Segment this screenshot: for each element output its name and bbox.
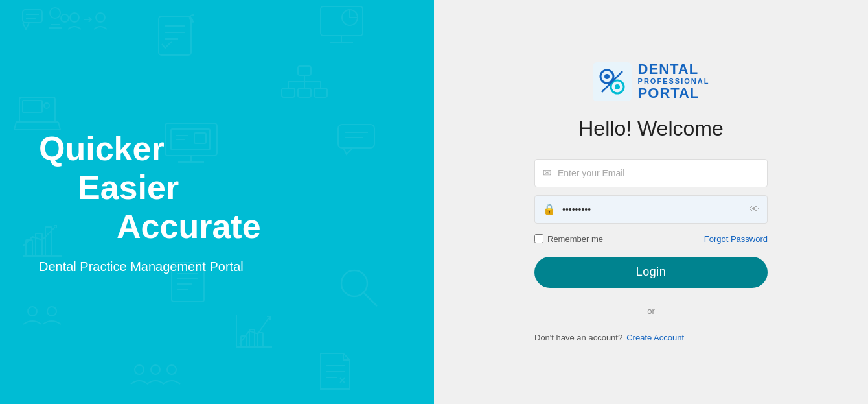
logo-portal: PORTAL <box>638 86 710 101</box>
svg-point-32 <box>44 103 49 108</box>
no-account-text: Don't have an account? <box>534 333 622 342</box>
svg-point-39 <box>28 307 37 316</box>
svg-line-47 <box>364 293 377 306</box>
toggle-password-visibility-icon[interactable]: 👁 <box>749 204 759 215</box>
tagline-line1: Quicker <box>39 130 261 169</box>
svg-point-63 <box>135 365 144 374</box>
svg-point-65 <box>167 365 176 374</box>
svg-rect-60 <box>241 336 246 347</box>
left-panel: Quicker Easier Accurate Dental Practice … <box>0 0 434 404</box>
remember-me-label[interactable]: Remember me <box>547 234 603 244</box>
email-input[interactable] <box>558 168 759 178</box>
or-line-left <box>534 311 641 311</box>
svg-rect-36 <box>26 240 32 256</box>
svg-rect-31 <box>23 101 42 112</box>
login-form: ✉ 🔒 👁 Remember me Forgot Password Login … <box>534 159 768 342</box>
svg-rect-21 <box>298 66 311 75</box>
svg-rect-61 <box>249 329 255 347</box>
svg-point-64 <box>151 365 160 374</box>
lock-icon: 🔒 <box>543 203 556 215</box>
tagline-line3: Accurate <box>117 208 261 246</box>
forgot-password-link[interactable]: Forgot Password <box>704 234 768 244</box>
svg-rect-48 <box>338 125 374 148</box>
svg-line-69 <box>340 378 345 383</box>
email-input-wrapper: ✉ <box>534 159 768 187</box>
logo-icon <box>593 62 632 101</box>
svg-rect-28 <box>298 88 311 97</box>
svg-rect-27 <box>282 88 295 97</box>
remember-me-checkbox[interactable] <box>534 234 543 243</box>
or-divider: or <box>534 306 768 316</box>
or-line-right <box>661 311 768 311</box>
svg-point-3 <box>50 8 60 18</box>
svg-point-75 <box>604 74 610 79</box>
subtitle: Dental Practice Management Portal <box>39 259 244 274</box>
logo-text: DENTAL PROFESSIONAL PORTAL <box>638 62 710 101</box>
logo-area: DENTAL PROFESSIONAL PORTAL <box>593 62 710 101</box>
svg-point-76 <box>615 84 620 89</box>
svg-point-8 <box>96 13 105 22</box>
logo-dental: DENTAL <box>638 62 710 77</box>
logo-professional: PROFESSIONAL <box>638 77 710 85</box>
svg-point-46 <box>341 270 367 296</box>
login-button[interactable]: Login <box>534 257 768 288</box>
svg-rect-62 <box>258 333 263 347</box>
svg-rect-0 <box>23 10 42 23</box>
svg-line-70 <box>340 378 345 383</box>
remember-me-group: Remember me <box>534 234 603 244</box>
tagline-line2: Easier <box>78 169 261 208</box>
right-panel: DENTAL PROFESSIONAL PORTAL Hello! Welcom… <box>434 0 868 404</box>
remember-forgot-row: Remember me Forgot Password <box>534 234 768 244</box>
password-input-wrapper: 🔒 👁 <box>534 195 768 224</box>
svg-point-40 <box>47 307 56 316</box>
svg-rect-10 <box>159 16 191 55</box>
svg-rect-15 <box>321 6 363 36</box>
svg-point-14 <box>190 15 194 21</box>
create-account-row: Don't have an account? Create Account <box>534 333 768 342</box>
svg-point-7 <box>70 13 79 22</box>
email-icon: ✉ <box>543 167 551 179</box>
svg-rect-30 <box>19 97 55 122</box>
create-account-link[interactable]: Create Account <box>626 333 684 342</box>
svg-rect-29 <box>314 88 327 97</box>
svg-point-4 <box>61 14 69 22</box>
svg-point-18 <box>342 10 358 25</box>
password-input[interactable] <box>562 204 749 215</box>
or-text: or <box>647 306 655 316</box>
welcome-heading: Hello! Welcome <box>578 117 723 141</box>
tagline: Quicker Easier Accurate <box>39 130 261 246</box>
